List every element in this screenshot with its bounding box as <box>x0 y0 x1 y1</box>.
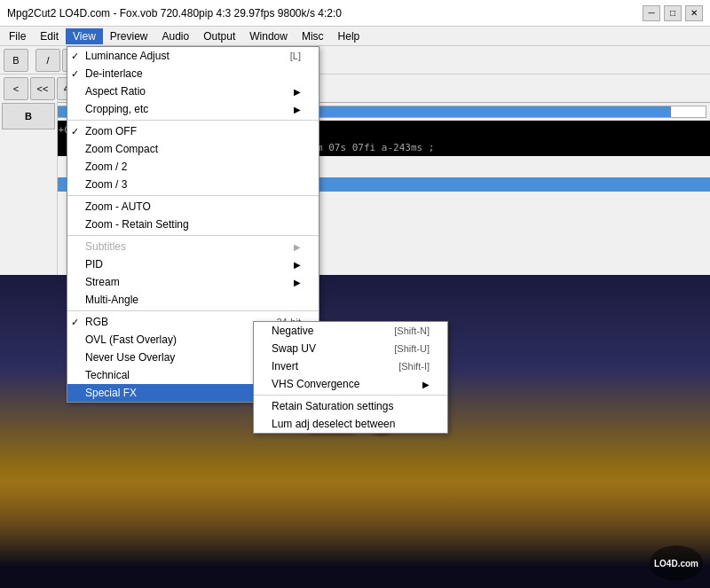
view-menu-item-luminance[interactable]: ✓Luminance Adjust[L] <box>67 47 319 65</box>
submenu-arrow-icon: ▶ <box>422 380 430 389</box>
view-menu-item-zoomretain[interactable]: Zoom - Retain Setting <box>67 216 319 233</box>
menu-item-audio[interactable]: Audio <box>155 28 197 44</box>
menu-item-label: Zoom / 2 <box>85 161 127 173</box>
menu-item-preview[interactable]: Preview <box>103 28 155 44</box>
view-menu-item-cropping[interactable]: Cropping, etc▶ <box>67 100 319 118</box>
menu-item-output[interactable]: Output <box>196 28 242 44</box>
menu-item-label: Never Use Overlay <box>85 351 175 364</box>
slash-button[interactable]: / <box>36 49 60 72</box>
menu-item-label: Zoom / 3 <box>85 178 127 191</box>
title-bar: Mpg2Cut2 LO4D.com - Fox.vob 720.480pip 4… <box>0 0 710 27</box>
menu-item-label: Zoom OFF <box>85 125 137 137</box>
menu-item-label: Zoom - AUTO <box>85 200 151 213</box>
view-menu-item-multiangle[interactable]: Multi-Angle <box>67 291 319 309</box>
menu-item-view[interactable]: View <box>66 28 103 44</box>
checkmark-icon: ✓ <box>71 51 79 62</box>
checkmark-icon: ✓ <box>71 317 79 328</box>
checkmark-icon: ✓ <box>71 126 79 137</box>
sfx-item-label: Swap UV <box>272 342 316 355</box>
b-side-button[interactable]: B <box>2 103 55 129</box>
sfx-menu-item-retainsat[interactable]: Retain Saturation settings <box>254 397 447 415</box>
menu-item-label: De-interlace <box>85 67 143 80</box>
view-menu-item-pid[interactable]: PID▶ <box>67 255 319 273</box>
sfx-menu-item-negative[interactable]: Negative[Shift-N] <box>254 322 447 340</box>
maximize-button[interactable]: □ <box>664 5 682 21</box>
checkmark-icon: ✓ <box>71 68 79 80</box>
menu-item-edit[interactable]: Edit <box>33 28 66 44</box>
menu-separator <box>67 195 319 196</box>
menu-item-misc[interactable]: Misc <box>295 28 331 44</box>
submenu-arrow-icon: ▶ <box>294 87 301 97</box>
menu-separator <box>67 310 319 311</box>
view-menu-item-zoom3[interactable]: Zoom / 3 <box>67 176 319 193</box>
menu-item-label: Cropping, etc <box>85 103 148 115</box>
submenu-separator <box>254 395 447 396</box>
submenu-arrow-icon: ▶ <box>294 260 301 270</box>
view-menu-item-zoomcompact[interactable]: Zoom Compact <box>67 140 319 158</box>
specialfx-submenu: Negative[Shift-N]Swap UV[Shift-U]Invert[… <box>253 321 448 434</box>
view-menu-item-aspect[interactable]: Aspect Ratio▶ <box>67 82 319 100</box>
sfx-menu-item-lumdejselect[interactable]: Lum adj deselect between <box>254 415 447 433</box>
sfx-menu-item-vhs[interactable]: VHS Convergence▶ <box>254 375 447 393</box>
close-button[interactable]: ✕ <box>685 5 703 21</box>
submenu-arrow-icon: ▶ <box>294 242 301 252</box>
sfx-item-label: Invert <box>272 360 298 372</box>
menu-item-label: RGB <box>85 316 108 328</box>
prev-button[interactable]: < <box>4 77 28 100</box>
submenu-arrow-icon: ▶ <box>294 105 301 114</box>
menu-item-label: Luminance Adjust <box>85 50 170 62</box>
sfx-item-label: VHS Convergence <box>272 378 359 390</box>
view-menu-item-zoomauto[interactable]: Zoom - AUTO <box>67 198 319 216</box>
menu-item-label: Subtitles <box>85 240 126 253</box>
shortcut-label: [L] <box>290 51 301 61</box>
menu-item-file[interactable]: File <box>2 28 33 44</box>
menu-item-label: Zoom - Retain Setting <box>85 218 189 231</box>
left-panel: B <box>0 101 58 278</box>
menu-separator <box>67 235 319 236</box>
window-controls: ─ □ ✕ <box>643 5 703 21</box>
menu-separator <box>67 120 319 121</box>
menu-item-label: Multi-Angle <box>85 294 138 306</box>
sfx-menu-item-invert[interactable]: Invert[Shift-I] <box>254 357 447 375</box>
sfx-item-label: Lum adj deselect between <box>272 418 395 430</box>
prevprev-button[interactable]: << <box>30 77 55 100</box>
sfx-menu-item-swapuv[interactable]: Swap UV[Shift-U] <box>254 340 447 357</box>
sfx-item-label: Negative <box>272 325 313 337</box>
shortcut-label: [Shift-I] <box>398 361 430 372</box>
menu-item-window[interactable]: Window <box>242 28 295 44</box>
menu-item-label: Special FX <box>85 387 137 399</box>
view-menu-item-subtitles: Subtitles▶ <box>67 238 319 255</box>
view-menu-item-deinterlace[interactable]: ✓De-interlace <box>67 65 319 82</box>
menu-item-label: OVL (Fast Overlay) <box>85 333 177 346</box>
menu-item-label: PID <box>85 258 103 270</box>
minimize-button[interactable]: ─ <box>643 5 660 21</box>
b-button[interactable]: B <box>4 49 28 72</box>
menu-bar: FileEditViewPreviewAudioOutputWindowMisc… <box>0 27 710 46</box>
view-menu-item-zoom2[interactable]: Zoom / 2 <box>67 158 319 176</box>
watermark: LO4D.com <box>650 545 703 581</box>
view-menu-item-zoomoff[interactable]: ✓Zoom OFF <box>67 122 319 140</box>
menu-item-label: Aspect Ratio <box>85 85 146 98</box>
menu-item-label: Stream <box>85 276 120 288</box>
window-title: Mpg2Cut2 LO4D.com - Fox.vob 720.480pip 4… <box>7 7 643 20</box>
view-menu-item-stream[interactable]: Stream▶ <box>67 273 319 291</box>
submenu-arrow-icon: ▶ <box>294 278 301 287</box>
menu-item-help[interactable]: Help <box>331 28 367 44</box>
shortcut-label: [Shift-N] <box>394 325 430 336</box>
sfx-item-label: Retain Saturation settings <box>272 400 393 412</box>
shortcut-label: [Shift-U] <box>394 343 430 354</box>
city-overlay <box>0 482 710 588</box>
menu-item-label: Technical <box>85 369 130 381</box>
menu-item-label: Zoom Compact <box>85 143 158 155</box>
